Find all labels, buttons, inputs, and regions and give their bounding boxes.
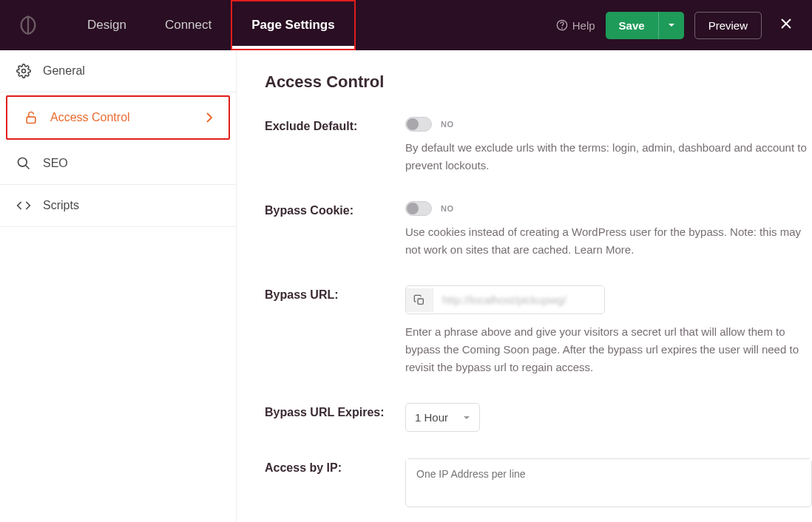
main-content: Access Control Exclude Default: NO By de… bbox=[237, 50, 812, 522]
field-bypass-url: Bypass URL: Enter a phrase above and giv… bbox=[265, 285, 812, 376]
field-label: Exclude Default: bbox=[265, 117, 405, 133]
toggle-state: NO bbox=[441, 120, 454, 129]
sidebar-item-access-control[interactable]: Access Control bbox=[7, 97, 229, 138]
help-icon bbox=[556, 19, 568, 31]
chevron-right-icon bbox=[206, 112, 212, 123]
save-button-group: Save bbox=[606, 12, 684, 39]
sidebar-item-scripts[interactable]: Scripts bbox=[0, 185, 236, 227]
save-dropdown-button[interactable] bbox=[658, 12, 684, 39]
page-title: Access Control bbox=[265, 72, 812, 92]
svg-point-1 bbox=[561, 28, 562, 29]
help-label: Help bbox=[572, 19, 595, 32]
svg-rect-3 bbox=[27, 117, 35, 123]
field-label: Access by IP: bbox=[265, 458, 405, 475]
bypass-expires-select[interactable]: 1 Hour bbox=[405, 403, 480, 432]
select-value: 1 Hour bbox=[415, 411, 448, 424]
svg-rect-5 bbox=[418, 299, 423, 304]
field-label: Bypass URL: bbox=[265, 285, 405, 302]
field-description: Enter a phrase above and give your visit… bbox=[405, 323, 812, 376]
svg-point-4 bbox=[18, 158, 27, 167]
field-bypass-expires: Bypass URL Expires: 1 Hour bbox=[265, 403, 812, 432]
gear-icon bbox=[16, 64, 31, 78]
caret-down-icon bbox=[463, 414, 470, 421]
sidebar-item-seo[interactable]: SEO bbox=[0, 143, 236, 185]
bypass-url-input[interactable] bbox=[433, 286, 604, 313]
tab-design[interactable]: Design bbox=[68, 0, 146, 50]
seedprod-logo-icon bbox=[18, 15, 38, 35]
copy-button[interactable] bbox=[406, 288, 433, 312]
preview-button[interactable]: Preview bbox=[694, 12, 762, 39]
field-label: Bypass URL Expires: bbox=[265, 403, 405, 419]
access-by-ip-input[interactable] bbox=[406, 459, 811, 504]
sidebar-item-label: SEO bbox=[43, 157, 68, 170]
top-header: Design Connect Page Settings Help Save P… bbox=[0, 0, 812, 50]
field-access-by-ip: Access by IP: bbox=[265, 458, 812, 507]
field-description: By default we exclude urls with the term… bbox=[405, 139, 812, 174]
sidebar-item-label: Scripts bbox=[43, 199, 79, 212]
copy-icon bbox=[413, 294, 425, 306]
svg-point-2 bbox=[22, 70, 26, 73]
search-icon bbox=[16, 156, 31, 171]
bypass-url-input-group bbox=[405, 285, 605, 314]
field-bypass-cookie: Bypass Cookie: NO Use cookies instead of… bbox=[265, 201, 812, 259]
header-right: Help Save Preview bbox=[556, 11, 800, 39]
save-button[interactable]: Save bbox=[606, 12, 658, 39]
caret-down-icon bbox=[668, 21, 675, 29]
sidebar-item-general[interactable]: General bbox=[0, 50, 236, 92]
tab-page-settings[interactable]: Page Settings bbox=[231, 0, 355, 50]
toggle-state: NO bbox=[441, 204, 454, 213]
field-description: Use cookies instead of creating a WordPr… bbox=[405, 223, 812, 259]
header-tabs: Design Connect Page Settings bbox=[68, 0, 356, 50]
field-exclude-default: Exclude Default: NO By default we exclud… bbox=[265, 117, 812, 174]
code-icon bbox=[16, 198, 31, 213]
tab-connect[interactable]: Connect bbox=[146, 0, 231, 50]
close-button[interactable] bbox=[772, 11, 800, 39]
sidebar-item-label: General bbox=[43, 64, 85, 78]
field-label: Bypass Cookie: bbox=[265, 201, 405, 217]
sidebar-item-label: Access Control bbox=[50, 111, 130, 124]
sidebar: General Access Control SEO bbox=[0, 50, 237, 522]
toggle-knob bbox=[407, 203, 419, 214]
exclude-default-toggle[interactable] bbox=[405, 117, 432, 132]
help-link[interactable]: Help bbox=[556, 19, 595, 32]
body-split: General Access Control SEO bbox=[0, 50, 812, 522]
bypass-cookie-toggle[interactable] bbox=[405, 201, 432, 216]
lock-icon bbox=[24, 110, 38, 125]
toggle-knob bbox=[407, 118, 419, 130]
close-icon bbox=[779, 17, 793, 30]
